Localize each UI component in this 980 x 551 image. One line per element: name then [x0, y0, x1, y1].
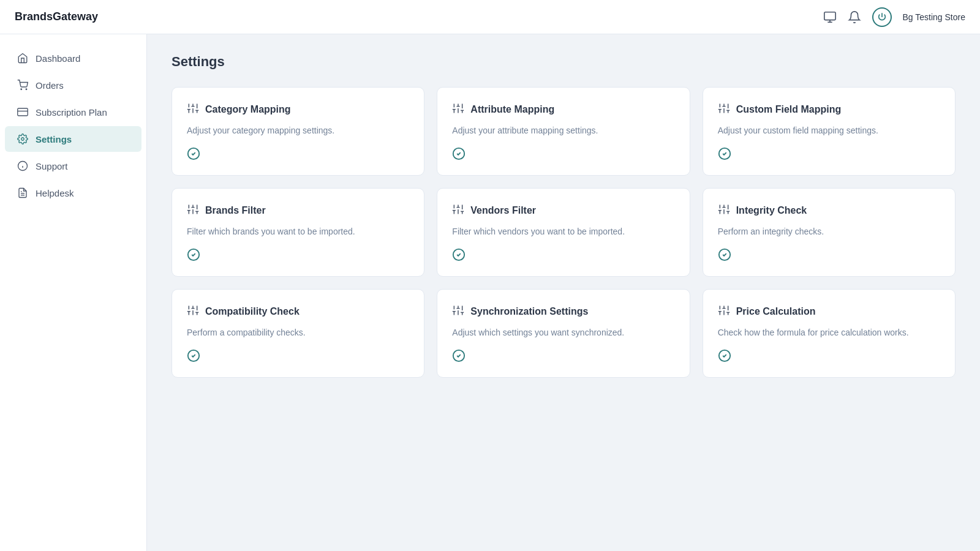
- card-description: Check how the formula for price calculat…: [718, 326, 940, 339]
- check-icon: [718, 147, 940, 163]
- svg-point-3: [26, 89, 27, 90]
- card-title: Category Mapping: [205, 104, 291, 115]
- card-header: Vendors Filter: [452, 203, 674, 218]
- sliders-icon: [452, 102, 464, 117]
- info-circle-icon: [17, 160, 28, 171]
- card-description: Filter which vendors you want to be impo…: [452, 225, 674, 238]
- card-description: Adjust your category mapping settings.: [187, 124, 409, 137]
- layout: Dashboard Orders Subscription Plan Setti…: [0, 34, 980, 551]
- settings-card-vendors-filter[interactable]: Vendors Filter Filter which vendors you …: [437, 188, 690, 277]
- card-title: Custom Field Mapping: [736, 104, 842, 115]
- sidebar-item-label: Settings: [36, 134, 72, 144]
- settings-icon: [17, 133, 28, 144]
- settings-card-synchronization-settings[interactable]: Synchronization Settings Adjust which se…: [437, 289, 690, 378]
- card-title: Brands Filter: [205, 205, 266, 216]
- sliders-icon: [718, 102, 730, 117]
- card-title: Synchronization Settings: [470, 306, 588, 317]
- card-header: Integrity Check: [718, 203, 940, 218]
- header-right: Bg Testing Store: [823, 7, 965, 27]
- card-title: Price Calculation: [736, 306, 816, 317]
- sliders-icon: [187, 304, 199, 319]
- logo: BrandsGateway: [15, 10, 98, 23]
- user-avatar[interactable]: [872, 7, 892, 27]
- card-header: Synchronization Settings: [452, 304, 674, 319]
- store-name: Bg Testing Store: [903, 12, 965, 22]
- settings-card-brands-filter[interactable]: Brands Filter Filter which brands you wa…: [172, 188, 424, 277]
- card-header: Category Mapping: [187, 102, 409, 117]
- sliders-icon: [452, 203, 464, 218]
- sidebar-item-label: Orders: [36, 80, 64, 91]
- card-description: Adjust your custom field mapping setting…: [718, 124, 940, 137]
- card-header: Custom Field Mapping: [718, 102, 940, 117]
- check-icon: [187, 147, 409, 163]
- card-header: Brands Filter: [187, 203, 409, 218]
- sliders-icon: [187, 203, 199, 218]
- card-header: Price Calculation: [718, 304, 940, 319]
- file-text-icon: [17, 187, 28, 198]
- check-icon: [187, 248, 409, 264]
- svg-point-6: [21, 138, 24, 141]
- sidebar-item-label: Subscription Plan: [36, 107, 107, 118]
- svg-rect-4: [18, 108, 28, 116]
- card-title: Vendors Filter: [470, 205, 536, 216]
- check-icon: [718, 349, 940, 365]
- svg-rect-0: [824, 12, 835, 20]
- card-description: Adjust your attribute mapping settings.: [452, 124, 674, 137]
- check-icon: [187, 349, 409, 365]
- sidebar-item-orders[interactable]: Orders: [5, 72, 141, 98]
- card-title: Attribute Mapping: [470, 104, 554, 115]
- card-title: Compatibility Check: [205, 306, 300, 317]
- check-icon: [452, 147, 674, 163]
- card-description: Adjust which settings you want synchroni…: [452, 326, 674, 339]
- home-icon: [17, 53, 28, 64]
- monitor-icon[interactable]: [823, 10, 837, 24]
- sidebar-item-helpdesk[interactable]: Helpdesk: [5, 180, 141, 206]
- svg-point-2: [21, 89, 22, 90]
- sliders-icon: [718, 304, 730, 319]
- sidebar-item-settings[interactable]: Settings: [5, 126, 141, 152]
- sidebar-item-subscription[interactable]: Subscription Plan: [5, 99, 141, 125]
- sidebar-item-label: Helpdesk: [36, 188, 74, 198]
- shopping-cart-icon: [17, 80, 28, 91]
- settings-card-integrity-check[interactable]: Integrity Check Perform an integrity che…: [703, 188, 956, 277]
- sliders-icon: [718, 203, 730, 218]
- main-content: Settings Category Mapping Adjust your ca…: [147, 34, 980, 551]
- sidebar-item-label: Support: [36, 161, 68, 171]
- sidebar: Dashboard Orders Subscription Plan Setti…: [0, 34, 147, 551]
- settings-card-compatibility-check[interactable]: Compatibility Check Perform a compatibil…: [172, 289, 424, 378]
- card-header: Attribute Mapping: [452, 102, 674, 117]
- settings-card-category-mapping[interactable]: Category Mapping Adjust your category ma…: [172, 87, 424, 176]
- check-icon: [718, 248, 940, 264]
- header: BrandsGateway Bg Testing Store: [0, 0, 980, 34]
- sidebar-item-dashboard[interactable]: Dashboard: [5, 45, 141, 71]
- settings-grid: Category Mapping Adjust your category ma…: [172, 87, 956, 378]
- credit-card-icon: [17, 107, 28, 118]
- check-icon: [452, 349, 674, 365]
- sliders-icon: [452, 304, 464, 319]
- card-description: Perform a compatibility checks.: [187, 326, 409, 339]
- sidebar-item-support[interactable]: Support: [5, 153, 141, 179]
- settings-card-attribute-mapping[interactable]: Attribute Mapping Adjust your attribute …: [437, 87, 690, 176]
- card-header: Compatibility Check: [187, 304, 409, 319]
- settings-card-custom-field-mapping[interactable]: Custom Field Mapping Adjust your custom …: [703, 87, 956, 176]
- notifications-icon[interactable]: [848, 10, 861, 24]
- sliders-icon: [187, 102, 199, 117]
- card-description: Perform an integrity checks.: [718, 225, 940, 238]
- card-description: Filter which brands you want to be impor…: [187, 225, 409, 238]
- card-title: Integrity Check: [736, 205, 807, 216]
- page-title: Settings: [172, 54, 956, 70]
- check-icon: [452, 248, 674, 264]
- sidebar-item-label: Dashboard: [36, 53, 80, 64]
- settings-card-price-calculation[interactable]: Price Calculation Check how the formula …: [703, 289, 956, 378]
